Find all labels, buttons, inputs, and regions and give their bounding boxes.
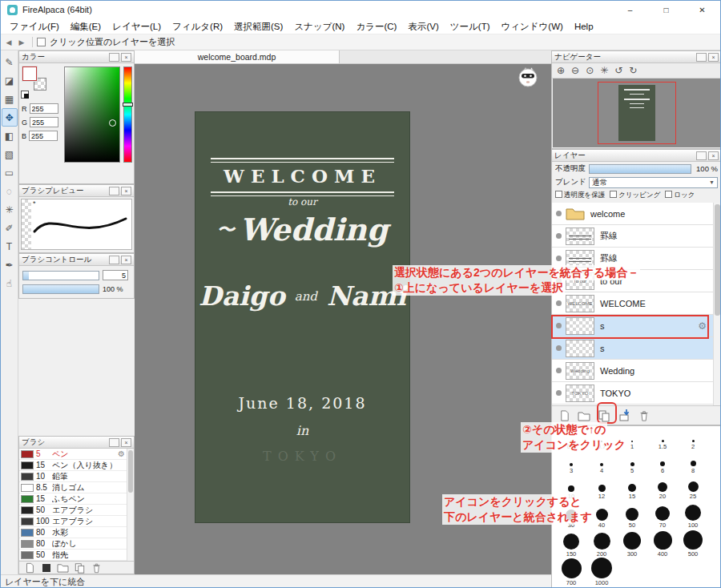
dot-tool-icon[interactable]: ▦	[2, 90, 18, 108]
brush-opacity-slider[interactable]	[22, 284, 99, 294]
magic-wand-tool-icon[interactable]: ✳	[2, 200, 18, 219]
brush-size-value[interactable]: 5	[103, 270, 128, 280]
layer-visible-icon[interactable]	[556, 345, 562, 351]
pattern-brush-icon[interactable]	[40, 562, 52, 574]
panel-close-icon[interactable]: ×	[121, 53, 131, 62]
brush-size-option[interactable]: 700	[556, 558, 586, 586]
menu-view[interactable]: 表示(V)	[402, 18, 444, 34]
new-layer-icon[interactable]	[557, 409, 571, 423]
brush-size-option[interactable]: 100	[678, 505, 708, 529]
brush-folder-icon[interactable]	[57, 562, 69, 574]
layer-visible-icon[interactable]	[556, 323, 562, 328]
saturation-value-picker[interactable]	[64, 66, 120, 163]
layer-visible-icon[interactable]	[556, 300, 562, 306]
sv-marker-icon[interactable]	[109, 119, 116, 127]
brush-size-option[interactable]: 25	[678, 481, 708, 500]
layer-row-selected[interactable]: s ⚙	[552, 315, 713, 337]
foreground-color-swatch[interactable]	[22, 66, 37, 81]
brush-size-option[interactable]: 50	[617, 508, 647, 529]
brush-size-option[interactable]: 400	[647, 531, 678, 558]
scrollbar-thumb[interactable]	[715, 204, 720, 316]
layer-visible-icon[interactable]	[556, 211, 562, 216]
panel-close-icon[interactable]: ×	[121, 187, 131, 195]
hue-slider[interactable]	[123, 66, 132, 163]
panel-close-icon[interactable]: ×	[121, 256, 131, 264]
new-brush-icon[interactable]	[23, 562, 35, 574]
eyedropper-tool-icon[interactable]: ✒	[2, 256, 18, 274]
brush-size-option[interactable]: 20	[647, 482, 678, 500]
layer-row[interactable]: Wedding Wedding	[552, 360, 713, 382]
hue-marker-icon[interactable]	[123, 103, 133, 107]
layer-row[interactable]: WELCOME WELCOME	[552, 292, 713, 315]
document-tab[interactable]: welcome_board.mdp	[135, 50, 340, 63]
brush-size-option[interactable]: 8	[678, 461, 708, 474]
maximize-button[interactable]: □	[648, 1, 684, 18]
brush-row[interactable]: 10 鉛筆	[19, 471, 127, 482]
panel-float-icon[interactable]	[109, 187, 119, 195]
layer-row[interactable]: 罫線	[552, 225, 713, 248]
menu-tool[interactable]: ツール(T)	[445, 18, 496, 34]
brush-size-option[interactable]: 4	[586, 463, 617, 474]
brush-size-option[interactable]: 70	[647, 506, 678, 529]
brush-row[interactable]: 100 エアブラシ	[19, 516, 127, 527]
brush-row[interactable]: 15 ペン（入り抜き）	[19, 460, 127, 471]
layer-visible-icon[interactable]	[556, 368, 562, 373]
panel-close-icon[interactable]: ×	[708, 151, 719, 160]
panel-float-icon[interactable]	[109, 438, 119, 447]
hand-tool-icon[interactable]: ☝	[2, 274, 18, 292]
menu-filter[interactable]: フィルタ(R)	[167, 18, 228, 34]
menu-window[interactable]: ウィンドウ(W)	[496, 18, 569, 34]
rotate-left-icon[interactable]: ↺	[614, 65, 622, 76]
brush-row[interactable]: 50 エアブラシ	[19, 505, 127, 516]
collapse-left-icon[interactable]: ◀	[2, 38, 15, 46]
brush-size-option[interactable]: 200	[586, 533, 617, 558]
select-pen-tool-icon[interactable]: ✐	[2, 219, 18, 237]
brush-size-option[interactable]: 15	[617, 484, 647, 500]
panel-float-icon[interactable]	[696, 151, 707, 160]
layer-visible-icon[interactable]	[556, 256, 562, 261]
panel-close-icon[interactable]: ×	[121, 438, 131, 447]
menu-edit[interactable]: 編集(E)	[65, 18, 107, 34]
red-value-input[interactable]	[30, 103, 58, 114]
collapse-right-icon[interactable]: ▶	[15, 38, 28, 46]
zoom-in-icon[interactable]: ⊕	[557, 65, 565, 76]
zoom-reset-icon[interactable]: ⊙	[586, 65, 594, 76]
reset-view-icon[interactable]: ✳	[600, 65, 608, 76]
duplicate-layer-icon[interactable]	[597, 409, 611, 423]
layer-row[interactable]: TOKYO TOKYO	[552, 382, 713, 405]
zoom-out-icon[interactable]: ⊖	[571, 65, 579, 76]
brush-size-option[interactable]: 1.5	[647, 440, 678, 450]
layer-list-scrollbar[interactable]	[713, 203, 721, 405]
layer-settings-gear-icon[interactable]: ⚙	[698, 320, 707, 332]
menu-file[interactable]: ファイル(F)	[4, 18, 65, 34]
brush-size-option[interactable]: 5	[617, 462, 647, 474]
delete-brush-icon[interactable]	[91, 562, 103, 574]
pick-layer-checkbox[interactable]: クリック位置のレイヤーを選択	[37, 36, 175, 48]
menu-layer[interactable]: レイヤー(L)	[107, 18, 167, 34]
brush-row[interactable]: 50 指先	[19, 550, 127, 561]
brush-size-slider[interactable]	[22, 271, 99, 280]
brush-row[interactable]: 8.5 消しゴム	[19, 482, 127, 493]
brush-size-option[interactable]: 500	[678, 530, 708, 558]
text-tool-icon[interactable]: T	[2, 237, 18, 256]
panel-float-icon[interactable]	[109, 53, 119, 62]
pen-tool-icon[interactable]: ✎	[2, 53, 18, 71]
clipping-checkbox[interactable]: クリッピング	[610, 191, 660, 200]
brush-row[interactable]: 80 水彩	[19, 527, 127, 538]
brush-size-option[interactable]: 150	[556, 534, 586, 558]
brush-row[interactable]: 5 ペン ⚙	[19, 449, 127, 460]
new-folder-icon[interactable]	[577, 409, 591, 423]
duplicate-brush-icon[interactable]	[74, 562, 86, 574]
move-tool-icon[interactable]: ✥	[2, 108, 18, 127]
brush-size-option[interactable]: 1000	[586, 558, 617, 586]
layer-row-selected[interactable]: s	[552, 337, 713, 360]
brush-row[interactable]: 15 ふちペン	[19, 493, 127, 505]
menu-color[interactable]: カラー(C)	[350, 18, 402, 34]
panel-float-icon[interactable]	[696, 53, 707, 62]
panel-close-icon[interactable]: ×	[708, 53, 719, 62]
select-rect-tool-icon[interactable]: ▭	[2, 163, 18, 182]
brush-size-option[interactable]: 2	[678, 440, 708, 450]
eraser-tool-icon[interactable]: ◪	[2, 71, 18, 90]
brush-size-option[interactable]: 6	[647, 461, 678, 474]
lock-checkbox[interactable]: ロック	[665, 191, 695, 200]
